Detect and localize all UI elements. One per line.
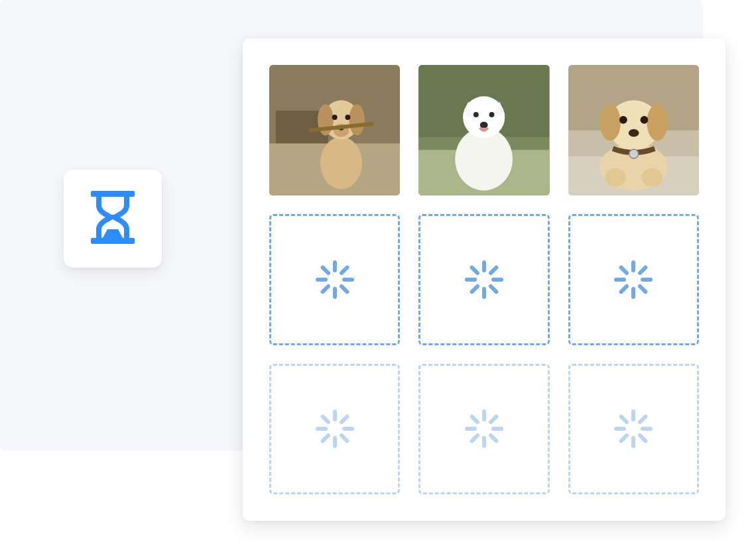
svg-point-27 (641, 168, 662, 187)
svg-line-76 (640, 417, 645, 422)
svg-line-66 (322, 417, 328, 422)
hourglass-icon (87, 188, 139, 249)
svg-line-36 (342, 268, 347, 273)
svg-line-50 (472, 268, 477, 273)
spinner-icon (611, 257, 656, 302)
svg-point-30 (647, 104, 668, 140)
svg-point-11 (332, 115, 338, 120)
spinner-icon (462, 257, 507, 302)
svg-line-64 (322, 435, 328, 441)
svg-line-72 (472, 435, 477, 441)
image-grid-card (243, 38, 725, 521)
svg-point-12 (345, 115, 350, 120)
grid-cell-loading (568, 364, 699, 494)
svg-rect-0 (91, 191, 135, 197)
grid-cell-loading (418, 364, 549, 494)
svg-point-8 (349, 104, 365, 135)
svg-line-46 (491, 286, 496, 292)
svg-point-32 (640, 116, 648, 124)
dog-image-icon (269, 65, 400, 195)
grid-cell-loaded (418, 65, 549, 195)
svg-line-40 (322, 286, 328, 292)
grid-cell-loading (269, 364, 400, 494)
image-grid (269, 65, 699, 494)
svg-line-42 (322, 268, 328, 273)
svg-rect-1 (91, 238, 135, 244)
spinner-icon (312, 406, 357, 451)
svg-point-19 (473, 112, 479, 117)
svg-line-60 (342, 417, 347, 422)
grid-cell-loading (568, 214, 699, 345)
svg-point-33 (628, 129, 639, 137)
grid-cell-loaded (568, 65, 699, 195)
svg-line-82 (621, 417, 627, 422)
svg-line-54 (640, 286, 645, 292)
svg-line-48 (472, 286, 477, 292)
svg-line-78 (640, 435, 645, 441)
spinner-icon (611, 406, 656, 451)
hourglass-card (64, 170, 162, 268)
svg-line-70 (491, 435, 496, 441)
dog-image-icon (568, 65, 699, 195)
grid-cell-loaded (269, 65, 400, 195)
svg-line-56 (621, 286, 627, 292)
grid-cell-loading (418, 214, 549, 345)
svg-point-26 (605, 168, 626, 187)
svg-line-38 (342, 286, 347, 292)
svg-point-5 (320, 137, 362, 190)
svg-point-18 (463, 96, 505, 138)
svg-line-52 (640, 268, 645, 273)
svg-point-20 (489, 112, 495, 117)
svg-line-68 (491, 417, 496, 422)
spinner-icon (312, 257, 357, 302)
svg-point-31 (619, 116, 627, 124)
svg-point-29 (599, 104, 621, 140)
svg-line-80 (621, 435, 627, 441)
svg-line-44 (491, 268, 496, 273)
svg-line-62 (342, 435, 347, 441)
spinner-icon (462, 406, 507, 451)
dog-image-icon (418, 65, 549, 195)
svg-point-34 (629, 149, 638, 158)
svg-line-58 (621, 268, 627, 273)
grid-cell-loading (269, 214, 400, 345)
svg-line-74 (472, 417, 477, 422)
